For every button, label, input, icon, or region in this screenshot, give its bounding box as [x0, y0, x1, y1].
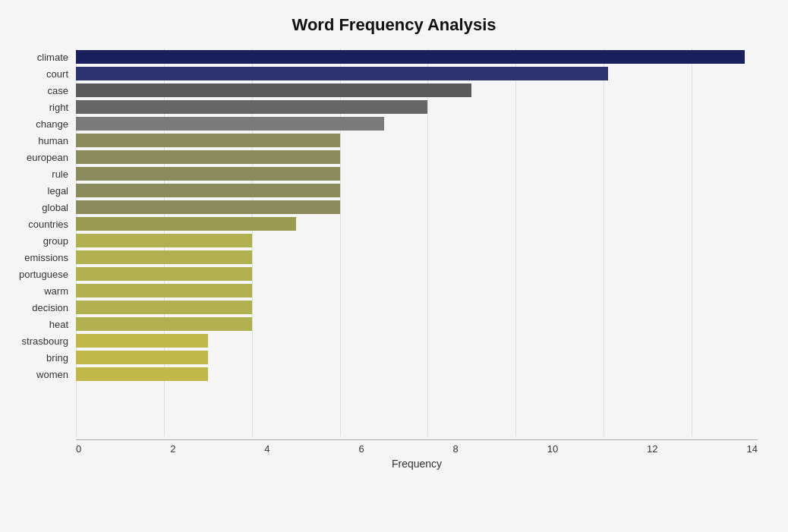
bar-label: women: [4, 369, 76, 380]
bar-track: [76, 267, 758, 281]
bar-fill: [76, 351, 208, 364]
x-tick: 6: [358, 443, 364, 455]
bar-label: bring: [4, 352, 76, 364]
bar-track: [76, 367, 758, 381]
chart-area: climatecourtcaserightchangehumaneuropean…: [76, 49, 758, 467]
bar-track: [76, 167, 758, 181]
chart-container: Word Frequency Analysis climatecourtcase…: [0, 0, 788, 532]
bar-label: portuguese: [4, 269, 76, 280]
x-axis-label: Frequency: [76, 458, 758, 470]
bar-fill: [76, 334, 208, 348]
bar-row: court: [76, 65, 758, 82]
bar-track: [76, 50, 758, 64]
bar-track: [76, 83, 758, 97]
x-tick: 8: [453, 443, 459, 455]
bar-fill: [76, 234, 252, 247]
bar-track: [76, 100, 758, 114]
bar-track: [76, 134, 758, 147]
bar-fill: [76, 250, 252, 264]
bar-label: case: [4, 85, 76, 96]
x-tick: 14: [746, 443, 757, 455]
bar-fill: [76, 100, 427, 114]
bar-fill: [76, 217, 296, 231]
bar-row: global: [76, 199, 758, 216]
bar-label: countries: [4, 219, 76, 230]
bar-label: global: [4, 202, 76, 213]
bar-row: change: [76, 115, 758, 132]
bar-label: heat: [4, 319, 76, 330]
bar-fill: [76, 83, 471, 97]
bar-row: strasbourg: [76, 332, 758, 349]
bar-track: [76, 67, 758, 80]
bar-fill: [76, 150, 340, 164]
bar-label: legal: [4, 185, 76, 197]
bar-label: rule: [4, 168, 76, 180]
x-ticks: 02468101214: [76, 440, 758, 455]
bar-row: heat: [76, 316, 758, 332]
bar-label: warm: [4, 285, 76, 297]
x-tick: 4: [264, 443, 269, 455]
x-tick: 10: [547, 443, 558, 455]
chart-title: Word Frequency Analysis: [30, 15, 758, 35]
bar-row: decision: [76, 299, 758, 316]
bar-fill: [76, 284, 252, 297]
bar-label: group: [4, 235, 76, 247]
bar-label: human: [4, 135, 76, 146]
bar-label: decision: [4, 302, 76, 313]
bar-row: countries: [76, 216, 758, 232]
x-axis-area: 02468101214 Frequency: [76, 436, 758, 467]
bar-track: [76, 150, 758, 164]
bar-track: [76, 184, 758, 197]
bar-row: climate: [76, 49, 758, 65]
x-tick: 0: [76, 443, 81, 455]
bar-track: [76, 234, 758, 247]
bar-label: emissions: [4, 252, 76, 263]
bar-fill: [76, 167, 340, 181]
bar-row: case: [76, 82, 758, 99]
bar-track: [76, 334, 758, 348]
bar-track: [76, 317, 758, 331]
bar-row: human: [76, 132, 758, 149]
bar-row: warm: [76, 282, 758, 299]
bar-fill: [76, 184, 340, 197]
bar-track: [76, 250, 758, 264]
bar-track: [76, 200, 758, 214]
bar-row: european: [76, 149, 758, 165]
bar-track: [76, 217, 758, 231]
bar-label: right: [4, 102, 76, 113]
bar-track: [76, 117, 758, 131]
bar-row: rule: [76, 165, 758, 182]
bar-row: women: [76, 366, 758, 382]
bar-fill: [76, 117, 384, 131]
x-tick: 12: [647, 443, 657, 455]
bar-label: strasbourg: [4, 335, 76, 347]
bar-row: group: [76, 232, 758, 249]
bars-wrapper: climatecourtcaserightchangehumaneuropean…: [76, 49, 758, 382]
bar-fill: [76, 301, 252, 314]
bar-row: legal: [76, 182, 758, 199]
bar-track: [76, 284, 758, 297]
bar-fill: [76, 267, 252, 281]
bar-label: european: [4, 152, 76, 163]
bar-track: [76, 301, 758, 314]
bar-row: right: [76, 99, 758, 115]
x-tick: 2: [170, 443, 175, 455]
bar-track: [76, 351, 758, 364]
bar-fill: [76, 317, 252, 331]
bar-row: bring: [76, 349, 758, 366]
bar-fill: [76, 134, 340, 147]
bar-fill: [76, 50, 745, 64]
bar-fill: [76, 200, 340, 214]
bar-fill: [76, 367, 208, 381]
bar-row: emissions: [76, 249, 758, 266]
bar-label: climate: [4, 52, 76, 63]
bar-row: portuguese: [76, 266, 758, 282]
bar-fill: [76, 67, 608, 80]
chart-plot: climatecourtcaserightchangehumaneuropean…: [76, 49, 758, 436]
bar-label: court: [4, 68, 76, 80]
bar-label: change: [4, 118, 76, 130]
